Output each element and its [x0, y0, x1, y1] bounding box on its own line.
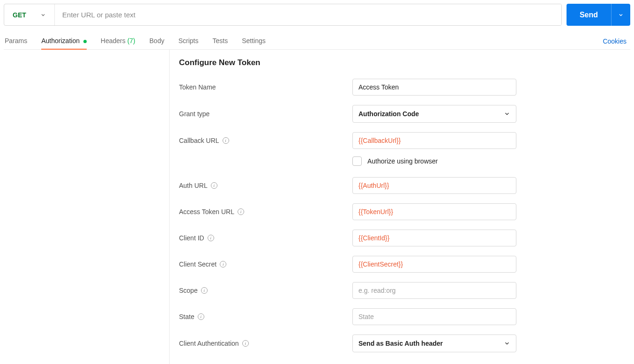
row-client-id: Client ID i: [179, 230, 621, 246]
cookies-link[interactable]: Cookies: [603, 37, 629, 45]
label-scope: Scope i: [179, 287, 352, 294]
label-client-id: Client ID i: [179, 234, 352, 242]
info-icon[interactable]: i: [242, 340, 249, 347]
row-authorize-browser: Authorize using browser: [352, 156, 516, 166]
info-icon[interactable]: i: [208, 235, 214, 241]
content-area: Configure New Token Token Name Grant typ…: [4, 50, 630, 364]
url-input[interactable]: [55, 4, 561, 25]
checkbox-authorize-browser[interactable]: [352, 156, 362, 166]
info-icon[interactable]: i: [220, 261, 226, 267]
label-token-name: Token Name: [179, 83, 352, 91]
method-label: GET: [13, 11, 26, 19]
info-icon[interactable]: i: [238, 208, 244, 215]
label-grant-type: Grant type: [179, 110, 352, 118]
headers-count: (7): [127, 37, 135, 45]
label-auth-url: Auth URL i: [179, 182, 352, 189]
info-icon[interactable]: i: [201, 287, 208, 294]
label-callback-url: Callback URL i: [179, 137, 352, 144]
chevron-down-icon: [618, 12, 624, 18]
chevron-down-icon: [504, 340, 510, 347]
left-column: [4, 50, 170, 364]
row-client-secret: Client Secret i: [179, 256, 621, 273]
tabs: Params Authorization Headers (7) Body Sc…: [5, 33, 266, 49]
tab-headers[interactable]: Headers (7): [101, 33, 135, 49]
input-client-secret[interactable]: [352, 256, 516, 273]
right-column: Configure New Token Token Name Grant typ…: [170, 50, 630, 364]
input-state[interactable]: [352, 308, 516, 325]
tab-tests[interactable]: Tests: [213, 33, 228, 49]
info-icon[interactable]: i: [198, 313, 204, 320]
chevron-down-icon: [504, 111, 510, 117]
input-callback-url[interactable]: [352, 132, 516, 149]
input-token-name[interactable]: [352, 79, 516, 96]
tab-params[interactable]: Params: [5, 33, 27, 49]
row-scope: Scope i: [179, 282, 621, 299]
status-dot-icon: [83, 40, 87, 43]
tab-settings[interactable]: Settings: [242, 33, 266, 49]
row-client-authentication: Client Authentication i Send as Basic Au…: [179, 334, 621, 352]
input-scope[interactable]: [352, 282, 516, 299]
row-callback-url: Callback URL i: [179, 132, 621, 149]
label-client-secret: Client Secret i: [179, 260, 352, 268]
tab-authorization[interactable]: Authorization: [41, 33, 87, 49]
input-access-token-url[interactable]: [352, 203, 516, 220]
row-state: State i: [179, 308, 621, 325]
row-access-token-url: Access Token URL i: [179, 203, 621, 220]
section-title: Configure New Token: [179, 58, 621, 67]
send-button-group: Send: [567, 4, 630, 26]
info-icon[interactable]: i: [223, 137, 229, 144]
label-state: State i: [179, 313, 352, 320]
input-client-id[interactable]: [352, 230, 516, 246]
url-group: GET: [4, 4, 562, 26]
tab-label: Authorization: [41, 37, 80, 45]
send-dropdown-button[interactable]: [611, 4, 630, 26]
tabs-row: Params Authorization Headers (7) Body Sc…: [4, 33, 630, 50]
label-authorize-browser: Authorize using browser: [367, 157, 438, 165]
tab-label: Headers: [101, 37, 126, 45]
select-value: Send as Basic Auth header: [358, 340, 443, 347]
tab-scripts[interactable]: Scripts: [179, 33, 199, 49]
label-client-authentication: Client Authentication i: [179, 340, 352, 347]
request-bar: GET Send: [4, 4, 630, 26]
label-access-token-url: Access Token URL i: [179, 208, 352, 215]
method-select[interactable]: GET: [4, 4, 55, 25]
select-client-authentication[interactable]: Send as Basic Auth header: [352, 334, 516, 352]
tab-body[interactable]: Body: [149, 33, 164, 49]
row-token-name: Token Name: [179, 79, 621, 96]
select-value: Authorization Code: [358, 110, 419, 118]
select-grant-type[interactable]: Authorization Code: [352, 105, 516, 123]
input-auth-url[interactable]: [352, 177, 516, 194]
row-grant-type: Grant type Authorization Code: [179, 105, 621, 123]
send-button[interactable]: Send: [567, 4, 611, 26]
chevron-down-icon: [40, 12, 46, 18]
row-auth-url: Auth URL i: [179, 177, 621, 194]
info-icon[interactable]: i: [211, 182, 217, 189]
